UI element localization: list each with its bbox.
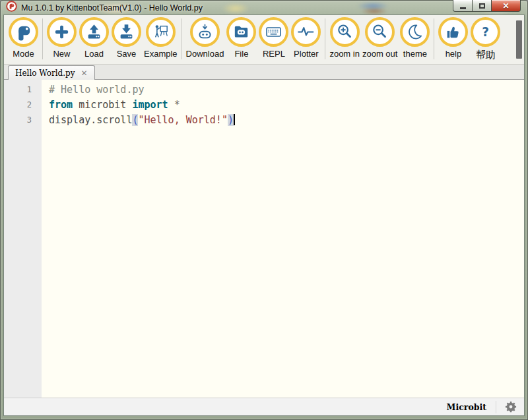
maximize-icon bbox=[479, 3, 485, 9]
toolbar-separator bbox=[325, 18, 325, 59]
thumbs-up-icon bbox=[438, 17, 468, 47]
line-number: 1 bbox=[4, 82, 32, 98]
code-line-3: display.scroll("Hello, World!") bbox=[49, 113, 235, 128]
toolbar-button-help-cn[interactable]: ? 帮助 bbox=[469, 17, 502, 61]
toolbar-button-zoom-out[interactable]: zoom out bbox=[361, 17, 399, 59]
toolbar-label: Example bbox=[144, 49, 178, 59]
plus-icon bbox=[47, 17, 77, 47]
identifier-token: microbit bbox=[73, 99, 132, 111]
toolbar-button-new[interactable]: New bbox=[46, 17, 78, 59]
zoom-in-icon bbox=[330, 17, 360, 47]
window-controls: ✕ bbox=[453, 0, 521, 12]
toolbar-button-help[interactable]: help bbox=[437, 17, 469, 59]
toolbar-label: New bbox=[53, 49, 70, 59]
line-number: 3 bbox=[4, 113, 32, 128]
toolbar-label: Save bbox=[117, 49, 137, 59]
toolbar-button-load[interactable]: Load bbox=[78, 17, 110, 59]
statusbar-separator bbox=[496, 401, 496, 413]
text-cursor bbox=[234, 114, 235, 125]
tab-label: Hello World.py bbox=[15, 69, 75, 78]
toolbar-label: Load bbox=[84, 49, 104, 59]
toolbar-button-download[interactable]: Download bbox=[185, 17, 226, 59]
toolbar-separator bbox=[434, 18, 434, 59]
line-number: 2 bbox=[4, 98, 32, 113]
toolbar-button-mode[interactable]: Mode bbox=[7, 17, 40, 59]
window-title: Mu 1.0.1 by KittenbotTeam(V1.0) - Hello … bbox=[21, 3, 203, 13]
mode-status-label: Microbit bbox=[447, 402, 486, 412]
keyword-token: import bbox=[132, 99, 168, 111]
tab-close-icon[interactable]: ✕ bbox=[81, 69, 88, 78]
toolbar-label: zoom in bbox=[329, 49, 360, 59]
toolbar-separator bbox=[42, 18, 43, 59]
tab-bar: Hello World.py ✕ bbox=[4, 65, 524, 80]
waveform-icon bbox=[291, 17, 321, 47]
status-bar: Microbit bbox=[4, 398, 524, 415]
toolbar-button-file[interactable]: File bbox=[225, 17, 257, 59]
code-line-1: # Hello world.py bbox=[49, 82, 235, 98]
titlebar: Mu 1.0.1 by KittenbotTeam(V1.0) - Hello … bbox=[3, 1, 525, 15]
upload-arrow-icon bbox=[79, 17, 109, 47]
folder-robot-icon bbox=[226, 17, 256, 47]
string-token: "Hello, World!" bbox=[138, 114, 227, 126]
toolbar-button-zoom-in[interactable]: zoom in bbox=[328, 17, 361, 59]
svg-text:?: ? bbox=[482, 25, 490, 39]
toolbar-overflow-handle[interactable] bbox=[516, 20, 522, 59]
code-editor[interactable]: 1 2 3 # Hello world.py from microbit imp… bbox=[4, 80, 524, 398]
mu-logo-icon bbox=[9, 17, 38, 47]
operator-token: * bbox=[168, 99, 180, 111]
keyword-token: from bbox=[49, 99, 73, 111]
toolbar-separator bbox=[182, 18, 182, 59]
code-line-2: from microbit import * bbox=[49, 98, 235, 113]
window-content: Mode New bbox=[3, 15, 525, 416]
toolbar-label: zoom out bbox=[362, 49, 397, 59]
keyboard-icon bbox=[259, 17, 288, 47]
robot-download-icon bbox=[190, 17, 220, 47]
toolbar-button-theme[interactable]: theme bbox=[399, 17, 431, 59]
question-mark-icon: ? bbox=[471, 17, 500, 47]
toolbar-label: File bbox=[234, 49, 248, 59]
presentation-icon bbox=[146, 17, 176, 47]
app-window: Mu 1.0.1 by KittenbotTeam(V1.0) - Hello … bbox=[0, 0, 528, 420]
toolbar-label: Plotter bbox=[294, 49, 319, 59]
line-number-gutter: 1 2 3 bbox=[4, 80, 42, 398]
toolbar: Mode New bbox=[4, 15, 524, 65]
maximize-button[interactable] bbox=[472, 0, 492, 12]
toolbar-label: Mode bbox=[13, 49, 34, 59]
toolbar-label: REPL bbox=[263, 49, 285, 59]
save-arrow-icon bbox=[112, 17, 141, 47]
toolbar-label: 帮助 bbox=[476, 49, 496, 61]
toolbar-label: theme bbox=[403, 49, 427, 59]
minimize-button[interactable] bbox=[453, 0, 473, 12]
toolbar-button-repl[interactable]: REPL bbox=[257, 17, 290, 59]
code-area[interactable]: # Hello world.py from microbit import * … bbox=[42, 80, 235, 398]
toolbar-label: help bbox=[446, 49, 462, 59]
toolbar-label: Download bbox=[186, 49, 224, 59]
identifier-token: display.scroll bbox=[49, 114, 132, 126]
mu-app-icon bbox=[6, 1, 17, 15]
zoom-out-icon bbox=[365, 17, 395, 47]
toolbar-button-plotter[interactable]: Plotter bbox=[290, 17, 322, 59]
moon-icon bbox=[400, 17, 430, 47]
toolbar-button-save[interactable]: Save bbox=[110, 17, 143, 59]
close-button[interactable]: ✕ bbox=[491, 0, 521, 12]
close-paren-token: ) bbox=[228, 114, 234, 126]
minimize-icon bbox=[460, 7, 466, 9]
tab-hello-world[interactable]: Hello World.py ✕ bbox=[8, 65, 95, 80]
comment-token: # Hello world.py bbox=[49, 84, 145, 96]
gear-icon[interactable] bbox=[503, 399, 519, 415]
toolbar-button-example[interactable]: Example bbox=[143, 17, 179, 59]
